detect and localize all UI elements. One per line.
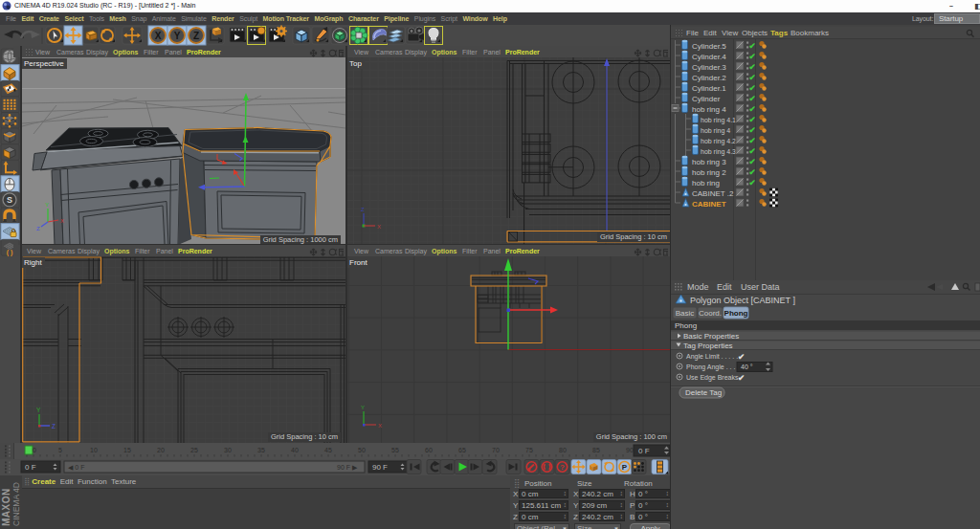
svg-text:Z: Z: [36, 226, 40, 231]
svg-text:Cylinder: Cylinder: [692, 95, 721, 103]
svg-text:hob ring 3: hob ring 3: [692, 158, 726, 166]
svg-text:✔: ✔: [749, 136, 756, 145]
svg-text:20: 20: [157, 447, 165, 453]
svg-text:CABINET .2: CABINET .2: [692, 189, 734, 198]
svg-text:Delete Tag: Delete Tag: [685, 388, 722, 397]
svg-text:35: 35: [257, 447, 265, 453]
svg-text:15: 15: [123, 447, 131, 453]
svg-text:Phong Angle . . .: Phong Angle . . .: [686, 364, 735, 371]
svg-text:Use Edge Breaks: Use Edge Breaks: [686, 374, 739, 382]
svg-text:hob ring 4: hob ring 4: [692, 105, 726, 114]
svg-text:Z: Z: [52, 423, 56, 430]
svg-text:Z: Z: [193, 31, 199, 41]
svg-text:hob ring 4.2: hob ring 4.2: [701, 138, 736, 145]
svg-text:P: P: [622, 463, 628, 472]
svg-text:Basic Properties: Basic Properties: [683, 332, 739, 341]
svg-text:✔: ✔: [749, 167, 756, 177]
svg-text:✔: ✔: [749, 125, 756, 135]
svg-text:Phong: Phong: [675, 321, 697, 330]
svg-text:Y: Y: [361, 405, 365, 410]
svg-text:Cylinder.1: Cylinder.1: [692, 84, 726, 93]
svg-text:MAXON: MAXON: [1, 488, 11, 526]
svg-text:X: X: [155, 31, 162, 41]
svg-text:Cylinder.3: Cylinder.3: [692, 63, 726, 72]
svg-text:hob ring 2: hob ring 2: [692, 168, 726, 177]
svg-text:70: 70: [492, 447, 500, 453]
svg-text:✔: ✔: [749, 94, 756, 103]
svg-text:55: 55: [391, 447, 399, 453]
svg-text:50: 50: [358, 447, 366, 453]
svg-text:hob ring: hob ring: [692, 179, 720, 187]
svg-text:✔: ✔: [749, 146, 756, 156]
svg-text:X: X: [377, 224, 381, 230]
svg-text:( ): ( ): [7, 249, 13, 256]
svg-text:hob ring 4.3: hob ring 4.3: [701, 148, 736, 156]
svg-text:65: 65: [458, 447, 466, 453]
svg-text:Angle Limit . . . . .: Angle Limit . . . . .: [686, 353, 738, 361]
svg-text:Tag Properties: Tag Properties: [683, 342, 733, 350]
svg-text:✔: ✔: [738, 373, 745, 383]
svg-text:?: ?: [560, 463, 565, 472]
svg-text:Polygon Object [CABINET ]: Polygon Object [CABINET ]: [690, 296, 795, 305]
svg-text:Cylinder.5: Cylinder.5: [692, 42, 726, 51]
svg-text:5: 5: [58, 447, 62, 453]
svg-text:✔: ✔: [749, 157, 756, 166]
svg-text:S: S: [7, 195, 12, 205]
svg-text:◀ 0 F: ◀ 0 F: [68, 464, 84, 471]
svg-text:Coord.: Coord.: [699, 309, 722, 318]
svg-text:30: 30: [224, 447, 232, 453]
svg-text:80: 80: [559, 447, 567, 453]
svg-text:Cylinder.4: Cylinder.4: [692, 53, 726, 61]
svg-text:60: 60: [425, 447, 433, 453]
svg-text:User Data: User Data: [741, 282, 780, 292]
svg-text:90: 90: [626, 447, 634, 453]
svg-text:40 °: 40 °: [741, 364, 753, 370]
svg-text:40: 40: [291, 447, 299, 453]
svg-text:Y: Y: [45, 202, 49, 208]
svg-text:CINEMA 4D: CINEMA 4D: [11, 482, 21, 526]
svg-text:✔: ✔: [749, 73, 756, 82]
svg-text:hob ring 4.1: hob ring 4.1: [701, 117, 736, 124]
svg-text:Cylinder.2: Cylinder.2: [692, 74, 726, 82]
svg-text:25: 25: [190, 447, 198, 453]
svg-text:Basic: Basic: [676, 309, 695, 318]
svg-text:Y: Y: [36, 407, 41, 413]
svg-text:Mode: Mode: [687, 282, 709, 292]
svg-text:Y: Y: [174, 31, 181, 41]
svg-text:85: 85: [592, 447, 600, 453]
svg-text:✔: ✔: [749, 83, 756, 93]
svg-text:X: X: [378, 423, 382, 429]
svg-text:✔: ✔: [749, 41, 756, 51]
svg-text:0 F: 0 F: [25, 463, 36, 472]
svg-text:✔: ✔: [749, 52, 756, 61]
svg-text:10: 10: [90, 447, 98, 453]
svg-text:90 F ▶: 90 F ▶: [337, 464, 358, 471]
svg-text:X: X: [60, 218, 64, 224]
svg-text:hob ring 4: hob ring 4: [701, 127, 730, 135]
svg-text:75: 75: [525, 447, 533, 453]
svg-text:Edit: Edit: [717, 282, 732, 292]
svg-text:Z: Z: [361, 207, 365, 212]
svg-text:✔: ✔: [749, 115, 756, 124]
svg-text:✔: ✔: [749, 62, 756, 72]
svg-text:Phong: Phong: [724, 309, 748, 318]
svg-text:90 F: 90 F: [372, 463, 388, 472]
svg-text:45: 45: [324, 447, 332, 453]
svg-text:✔: ✔: [749, 104, 756, 114]
svg-text:0: 0: [33, 447, 36, 453]
svg-text:✔: ✔: [749, 178, 756, 187]
svg-text:0 F: 0 F: [638, 447, 650, 455]
svg-text:✔: ✔: [738, 352, 745, 362]
svg-text:CABINET: CABINET: [692, 200, 726, 209]
